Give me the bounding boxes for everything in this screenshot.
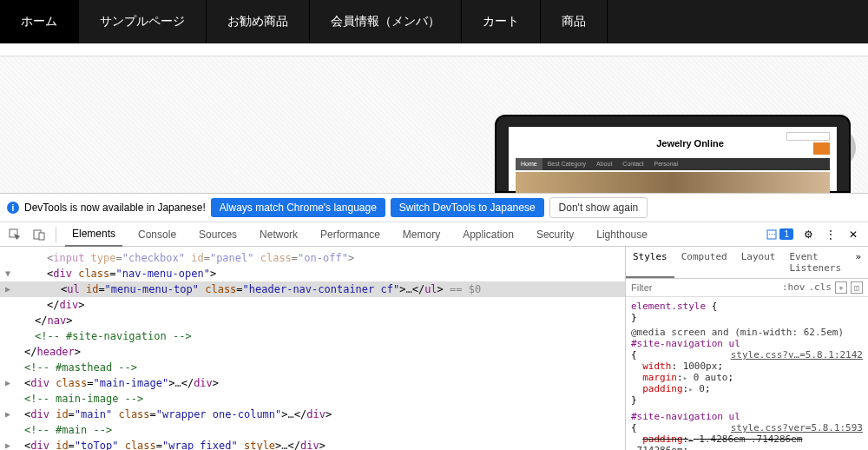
styles-tab-computed[interactable]: Computed	[674, 247, 734, 278]
gear-icon[interactable]: ⚙	[800, 227, 816, 242]
device-mockup: Jewelry Online Home Best Category About …	[495, 115, 851, 193]
tab-console[interactable]: Console	[131, 223, 183, 246]
tab-network[interactable]: Network	[253, 223, 305, 246]
banner-switch-jp-button[interactable]: Switch DevTools to Japanese	[391, 198, 544, 217]
mockup-title: Jewelry Online	[656, 138, 724, 149]
tab-lighthouse[interactable]: Lighthouse	[589, 223, 654, 246]
mockup-nav: Home Best Category About Contact Persona…	[516, 158, 830, 170]
devtools-tabs: Elements Console Sources Network Perform…	[0, 222, 868, 247]
svg-text:⋯: ⋯	[768, 230, 776, 239]
elements-tree[interactable]: <input type="checkbox" id="panel" class=…	[0, 247, 625, 450]
tab-performance[interactable]: Performance	[313, 223, 387, 246]
issues-icon[interactable]: ⋯1	[766, 228, 793, 241]
hov-toggle[interactable]: :hov	[782, 281, 806, 294]
styles-tab-layout[interactable]: Layout	[734, 247, 783, 278]
cls-toggle[interactable]: .cls	[809, 281, 832, 294]
nav-sample[interactable]: サンプルページ	[79, 0, 207, 43]
computed-toggle-icon[interactable]: ◫	[851, 281, 863, 294]
close-icon[interactable]: ✕	[845, 227, 861, 242]
source-link[interactable]: style.css?ver=5.8.1:593	[731, 422, 863, 433]
styles-tabs-more-icon[interactable]: »	[848, 247, 868, 278]
inspect-icon[interactable]	[7, 227, 23, 242]
new-rule-button[interactable]: +	[835, 281, 847, 294]
styles-panel: Styles Computed Layout Event Listeners »…	[625, 247, 868, 450]
device-toggle-icon[interactable]	[31, 227, 47, 242]
mockup-search	[786, 132, 830, 141]
css-rules[interactable]: element.style { } @media screen and (min…	[626, 297, 868, 450]
nav-recommend[interactable]: お勧め商品	[207, 0, 310, 43]
devtools-banner: i DevTools is now available in Japanese!…	[0, 194, 868, 222]
site-nav: ホーム サンプルページ お勧め商品 会員情報（メンバ） カート 商品	[0, 0, 868, 43]
svg-rect-2	[39, 233, 44, 240]
styles-filter-input[interactable]	[626, 279, 777, 296]
nav-products[interactable]: 商品	[541, 0, 608, 43]
devtools-panel: i DevTools is now available in Japanese!…	[0, 193, 868, 450]
device-screen: Jewelry Online Home Best Category About …	[509, 127, 837, 191]
banner-dismiss-button[interactable]: Don't show again	[549, 197, 648, 218]
tab-application[interactable]: Application	[456, 223, 521, 246]
nav-member[interactable]: 会員情報（メンバ）	[310, 0, 462, 43]
tab-sources[interactable]: Sources	[192, 223, 244, 246]
mockup-hero	[516, 172, 830, 193]
nav-cart[interactable]: カート	[462, 0, 541, 43]
banner-match-lang-button[interactable]: Always match Chrome's language	[211, 198, 385, 217]
tab-elements[interactable]: Elements	[65, 222, 122, 247]
nav-home[interactable]: ホーム	[0, 0, 79, 43]
info-icon: i	[7, 202, 19, 214]
tab-memory[interactable]: Memory	[396, 223, 447, 246]
banner-text: DevTools is now available in Japanese!	[24, 202, 206, 214]
source-link[interactable]: style.css?v…=5.8.1:2142	[731, 349, 863, 361]
tab-security[interactable]: Security	[529, 223, 581, 246]
page-content: Jewelry Online Home Best Category About …	[0, 56, 868, 193]
mockup-btn	[813, 142, 830, 155]
kebab-icon[interactable]: ⋮	[823, 227, 838, 242]
styles-tab-listeners[interactable]: Event Listeners	[782, 247, 848, 278]
styles-tab-styles[interactable]: Styles	[626, 247, 674, 278]
